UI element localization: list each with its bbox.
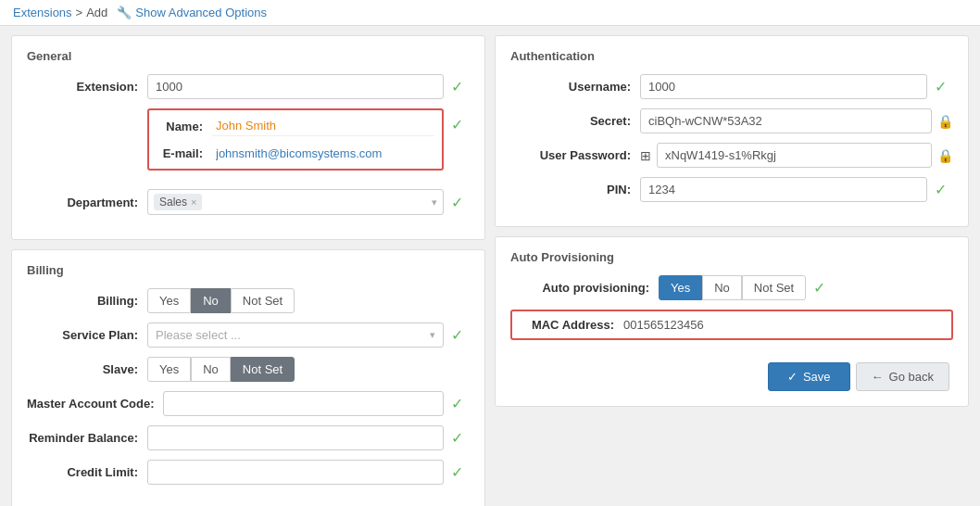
auto-prov-toggle: Yes No Not Set bbox=[659, 275, 806, 300]
pin-check-icon: ✓ bbox=[935, 181, 953, 198]
secret-input[interactable] bbox=[640, 108, 932, 133]
username-check-icon: ✓ bbox=[935, 78, 953, 95]
pin-row: PIN: ✓ bbox=[510, 177, 953, 202]
slave-toggle: Yes No Not Set bbox=[147, 357, 295, 382]
slave-row: Slave: Yes No Not Set bbox=[27, 357, 470, 382]
auto-prov-check-icon: ✓ bbox=[813, 279, 832, 297]
reminder-balance-input[interactable] bbox=[147, 425, 444, 450]
name-input[interactable] bbox=[212, 116, 434, 136]
reminder-balance-label: Reminder Balance: bbox=[27, 431, 147, 445]
service-plan-arrow: ▾ bbox=[430, 329, 435, 341]
credit-limit-check-icon: ✓ bbox=[451, 463, 470, 481]
email-input[interactable] bbox=[212, 144, 434, 163]
wrench-icon: 🔧 bbox=[117, 6, 132, 19]
email-label: E-mail: bbox=[157, 146, 212, 160]
username-row: Username: ✓ bbox=[510, 74, 953, 99]
reminder-balance-check-icon: ✓ bbox=[451, 429, 470, 447]
auto-prov-yes-btn[interactable]: Yes bbox=[659, 275, 702, 300]
department-tag: Sales × bbox=[154, 194, 202, 210]
auto-prov-label: Auto provisioning: bbox=[510, 281, 659, 295]
extension-row: Extension: ✓ bbox=[27, 74, 470, 99]
go-back-button[interactable]: ← Go back bbox=[856, 362, 949, 391]
auto-prov-row: Auto provisioning: Yes No Not Set ✓ bbox=[510, 275, 953, 300]
breadcrumb: Extensions > Add bbox=[13, 6, 107, 19]
billing-title: Billing bbox=[27, 263, 470, 277]
credit-limit-row: Credit Limit: ✓ bbox=[27, 460, 470, 485]
authentication-panel: Authentication Username: ✓ Secret: 🔒 Use… bbox=[495, 35, 969, 227]
auto-prov-notset-btn[interactable]: Not Set bbox=[742, 275, 806, 300]
pin-label: PIN: bbox=[510, 183, 640, 196]
service-plan-row: Service Plan: Please select ... ▾ ✓ bbox=[27, 323, 470, 348]
mac-address-value: 001565123456 bbox=[623, 318, 704, 332]
billing-yes-btn[interactable]: Yes bbox=[147, 288, 191, 313]
user-password-label: User Password: bbox=[510, 148, 640, 162]
grid-icon: ⊞ bbox=[640, 148, 651, 163]
username-label: Username: bbox=[510, 80, 640, 94]
secret-label: Secret: bbox=[510, 114, 640, 128]
breadcrumb-extensions[interactable]: Extensions bbox=[13, 6, 72, 19]
department-row: Department: Sales × ▾ ✓ bbox=[27, 189, 470, 215]
advanced-options-button[interactable]: 🔧 Show Advanced Options bbox=[117, 6, 267, 19]
user-password-input[interactable] bbox=[657, 143, 932, 168]
master-account-input[interactable] bbox=[163, 391, 444, 416]
breadcrumb-separator: > bbox=[76, 6, 83, 19]
department-dropdown-arrow: ▾ bbox=[432, 196, 437, 209]
breadcrumb-add: Add bbox=[86, 6, 107, 19]
credit-limit-input[interactable] bbox=[147, 460, 444, 485]
user-password-lock-icon: 🔒 bbox=[937, 148, 953, 163]
name-label: Name: bbox=[157, 120, 212, 133]
right-column: Authentication Username: ✓ Secret: 🔒 Use… bbox=[495, 35, 969, 506]
billing-toggle: Yes No Not Set bbox=[147, 288, 295, 313]
auto-prov-no-btn[interactable]: No bbox=[702, 275, 742, 300]
billing-row: Billing: Yes No Not Set bbox=[27, 288, 470, 313]
general-title: General bbox=[27, 49, 470, 63]
mac-address-group: MAC Address: 001565123456 bbox=[510, 310, 953, 340]
service-plan-select[interactable]: Please select ... ▾ bbox=[147, 323, 444, 348]
top-bar: Extensions > Add 🔧 Show Advanced Options bbox=[0, 0, 980, 26]
slave-notset-btn[interactable]: Not Set bbox=[231, 357, 295, 382]
user-password-wrap: ⊞ bbox=[640, 143, 932, 168]
name-row: Name: bbox=[157, 116, 434, 136]
credit-limit-label: Credit Limit: bbox=[27, 465, 147, 479]
username-input[interactable] bbox=[640, 74, 927, 99]
general-panel: General Extension: ✓ Name: bbox=[11, 35, 485, 240]
slave-yes-btn[interactable]: Yes bbox=[147, 357, 191, 382]
department-tag-label: Sales bbox=[159, 196, 187, 209]
billing-notset-btn[interactable]: Not Set bbox=[231, 288, 295, 313]
slave-no-btn[interactable]: No bbox=[191, 357, 231, 382]
auto-provisioning-title: Auto Provisioning bbox=[510, 250, 953, 264]
billing-panel: Billing Billing: Yes No Not Set Service … bbox=[11, 249, 485, 506]
user-password-row: User Password: ⊞ 🔒 bbox=[510, 143, 953, 168]
auto-provisioning-panel: Auto Provisioning Auto provisioning: Yes… bbox=[495, 236, 969, 407]
go-back-label: Go back bbox=[889, 370, 934, 384]
department-input-wrap[interactable]: Sales × ▾ bbox=[147, 189, 444, 215]
save-label: Save bbox=[803, 370, 831, 384]
extension-input[interactable] bbox=[147, 74, 444, 99]
secret-lock-icon: 🔒 bbox=[937, 114, 953, 129]
service-plan-placeholder: Please select ... bbox=[156, 328, 241, 342]
mac-address-label: MAC Address: bbox=[521, 318, 623, 332]
name-group-label bbox=[27, 108, 147, 116]
secret-row: Secret: 🔒 bbox=[510, 108, 953, 133]
main-content: General Extension: ✓ Name: bbox=[0, 26, 980, 506]
save-check-icon: ✓ bbox=[787, 370, 798, 384]
go-back-arrow-icon: ← bbox=[872, 370, 884, 384]
name-email-group: Name: E-mail: bbox=[147, 108, 444, 171]
billing-no-btn[interactable]: No bbox=[191, 288, 231, 313]
authentication-title: Authentication bbox=[510, 49, 953, 63]
master-account-row: Master Account Code: ✓ bbox=[27, 391, 470, 416]
service-plan-check-icon: ✓ bbox=[451, 326, 470, 344]
email-row: E-mail: bbox=[157, 144, 434, 163]
extension-label: Extension: bbox=[27, 80, 147, 94]
master-account-label: Master Account Code: bbox=[27, 397, 163, 411]
department-check-icon: ✓ bbox=[451, 194, 470, 211]
department-tag-remove[interactable]: × bbox=[191, 196, 196, 208]
reminder-balance-row: Reminder Balance: ✓ bbox=[27, 425, 470, 450]
pin-input[interactable] bbox=[640, 177, 927, 202]
save-button[interactable]: ✓ Save bbox=[768, 362, 850, 391]
extension-check-icon: ✓ bbox=[451, 78, 470, 95]
billing-label: Billing: bbox=[27, 294, 147, 308]
slave-label: Slave: bbox=[27, 362, 147, 376]
save-bar: ✓ Save ← Go back bbox=[510, 362, 953, 391]
name-email-check-icon: ✓ bbox=[451, 116, 470, 133]
